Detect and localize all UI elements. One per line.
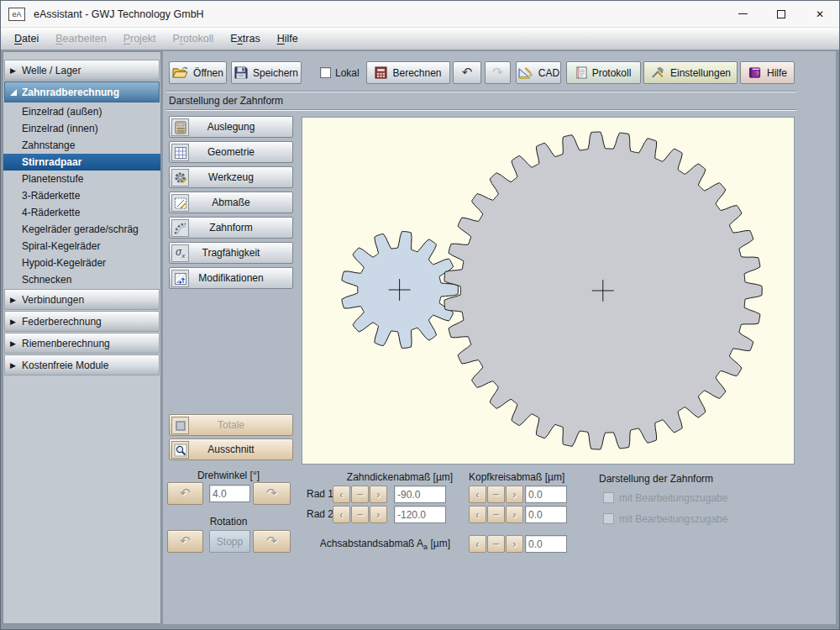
chevron-right-icon: ›	[512, 489, 516, 500]
kopfkreis2-input[interactable]	[525, 506, 567, 523]
zahnform-button[interactable]: Zahnform	[169, 217, 293, 239]
sidebar-item-4-raederkette[interactable]: 4-Räderkette	[3, 204, 160, 221]
rotate-left-button[interactable]: ↶	[167, 482, 203, 505]
ausschnitt-button[interactable]: Ausschnitt	[169, 438, 293, 460]
sidebar-section-welle-lager[interactable]: ▶ Welle / Lager	[4, 60, 160, 81]
sidebar-item-stirnradpaar[interactable]: Stirnradpaar	[3, 154, 160, 171]
help-button[interactable]: ? Hilfe	[740, 61, 795, 84]
modification-chart-icon	[171, 270, 189, 287]
menu-extras[interactable]: Extras	[222, 30, 268, 47]
redo-icon: ↷	[492, 66, 503, 79]
rad1-zahndicken-input[interactable]	[394, 486, 446, 503]
sidebar-item-einzelrad-innen[interactable]: Einzelrad (innen)	[3, 120, 160, 137]
close-icon: ✕	[816, 9, 824, 19]
calculator-icon	[375, 66, 387, 79]
sidebar-section-verbindungen[interactable]: ▶ Verbindungen	[4, 289, 160, 310]
achsabstand-input[interactable]	[525, 535, 567, 553]
sidebar-item-kegelraeder[interactable]: Kegelräder gerade/schräg	[3, 221, 160, 238]
kopfkreis1-input[interactable]	[525, 486, 567, 503]
minimize-button[interactable]	[723, 1, 762, 27]
tragfaehigkeit-button[interactable]: σx Tragfähigkeit	[169, 242, 293, 264]
sidebar-item-zahnstange[interactable]: Zahnstange	[3, 137, 160, 154]
bearbeitungszugabe2-checkbox	[603, 513, 614, 524]
gear-drawing	[302, 118, 794, 464]
settings-button[interactable]: Einstellungen	[643, 61, 738, 84]
sidebar-section-federberechnung[interactable]: ▶ Federberechnung	[4, 311, 160, 332]
menu-bar: Datei Bearbeiten Projekt Protokoll Extra…	[1, 28, 839, 50]
rotate-right-button[interactable]: ↷	[253, 482, 291, 505]
sidebar-section-label: Welle / Lager	[22, 65, 81, 76]
abmasse-button[interactable]: Abmaße	[169, 192, 293, 213]
sidebar-section-zahnradberechnung[interactable]: Zahnradberechnung	[4, 81, 160, 102]
chevron-right-icon: ›	[512, 509, 516, 520]
achsabstand-step-left-button[interactable]: ‹	[469, 535, 486, 553]
sidebar-item-3-raederkette[interactable]: 3-Räderkette	[3, 187, 160, 204]
sidebar-section-riemenberechnung[interactable]: ▶ Riemenberechnung	[4, 333, 160, 354]
sidebar-section-label: Kostenfreie Module	[22, 360, 108, 371]
achsabstand-step-reset-button[interactable]: −	[487, 535, 505, 553]
menu-datei[interactable]: Datei	[6, 30, 47, 47]
abmasse-label: Abmaße	[212, 197, 249, 208]
maximize-button[interactable]	[762, 1, 801, 27]
rad1-step-right-button[interactable]: ›	[370, 486, 387, 503]
undo-button[interactable]: ↶	[453, 61, 481, 84]
drehwinkel-input[interactable]	[209, 485, 250, 502]
sidebar-section-kostenfreie-module[interactable]: ▶ Kostenfreie Module	[4, 354, 160, 375]
sidebar-item-label: Planetenstufe	[22, 173, 83, 185]
cad-button[interactable]: CAD	[516, 61, 561, 84]
bearbeitungszugabe1-label: mit Bearbeitungszugabe	[619, 492, 727, 504]
collapsed-triangle-icon: ▶	[10, 339, 22, 348]
rad2-step-reset-button[interactable]: −	[351, 506, 369, 523]
minus-icon: −	[493, 509, 500, 520]
sidebar-section-label: Zahnradberechnung	[22, 87, 119, 98]
rad2-step-left-button[interactable]: ‹	[333, 506, 350, 523]
werkzeug-button[interactable]: Werkzeug	[169, 166, 293, 188]
window-controls: ✕	[723, 1, 839, 27]
kopfkreis1-step-left-button[interactable]: ‹	[469, 486, 486, 503]
menu-hilfe[interactable]: Hilfe	[269, 30, 307, 47]
sidebar-item-label: Schnecken	[22, 274, 71, 286]
menu-protokoll: Protokoll	[165, 30, 223, 47]
local-checkbox[interactable]	[320, 67, 331, 78]
protocol-button[interactable]: Protokoll	[566, 61, 641, 84]
menu-projekt: Projekt	[115, 30, 165, 47]
rad1-step-reset-button[interactable]: −	[351, 486, 369, 503]
bearbeitungszugabe1-checkbox	[603, 492, 614, 503]
content-area: Öffnen Speichern Lokal Berechnen ↶	[163, 51, 836, 624]
sidebar-item-planetenstufe[interactable]: Planetenstufe	[3, 171, 160, 187]
display-options-label: Darstellung der Zahnform	[599, 473, 713, 485]
protocol-label: Protokoll	[592, 67, 632, 79]
rotation-label: Rotation	[166, 516, 291, 528]
rad1-step-left-button[interactable]: ‹	[333, 486, 350, 503]
save-button[interactable]: Speichern	[231, 61, 302, 84]
chevron-left-icon: ‹	[475, 489, 479, 500]
minus-icon: −	[493, 538, 500, 549]
sidebar-item-schnecken[interactable]: Schnecken	[3, 271, 160, 288]
kopfkreis2-step-reset-button[interactable]: −	[487, 506, 505, 523]
sidebar-item-einzelrad-aussen[interactable]: Einzelrad (außen)	[3, 103, 160, 120]
rotation-left-button[interactable]: ↶	[167, 530, 203, 553]
open-button[interactable]: Öffnen	[169, 61, 227, 84]
sidebar-item-spiral-kegelraeder[interactable]: Spiral-Kegelräder	[3, 238, 160, 255]
close-button[interactable]: ✕	[801, 1, 839, 27]
auslegung-button[interactable]: Auslegung	[169, 116, 293, 138]
rad2-zahndicken-input[interactable]	[394, 506, 446, 523]
kopfkreis1-step-right-button[interactable]: ›	[506, 486, 523, 503]
open-label: Öffnen	[193, 67, 223, 79]
kopfkreis2-step-right-button[interactable]: ›	[506, 506, 523, 523]
ruler-pencil-icon	[171, 194, 189, 212]
rotation-right-button[interactable]: ↷	[253, 530, 291, 553]
minus-icon: −	[357, 509, 364, 520]
sidebar-section-label: Federberechnung	[22, 316, 102, 328]
geometrie-button[interactable]: Geometrie	[169, 141, 293, 163]
kopfkreis1-step-reset-button[interactable]: −	[487, 486, 505, 503]
minimize-icon	[738, 13, 748, 14]
section-title: Darstellung der Zahnform	[169, 95, 283, 107]
modifikationen-button[interactable]: Modifikationen	[169, 267, 293, 289]
rad2-step-right-button[interactable]: ›	[370, 506, 387, 523]
calculate-button[interactable]: Berechnen	[366, 61, 450, 84]
kopfkreis2-step-left-button[interactable]: ‹	[469, 506, 486, 523]
sidebar-item-hypoid-kegelraeder[interactable]: Hypoid-Kegelräder	[3, 255, 160, 271]
open-folder-icon	[172, 66, 188, 79]
achsabstand-step-right-button[interactable]: ›	[506, 535, 523, 553]
